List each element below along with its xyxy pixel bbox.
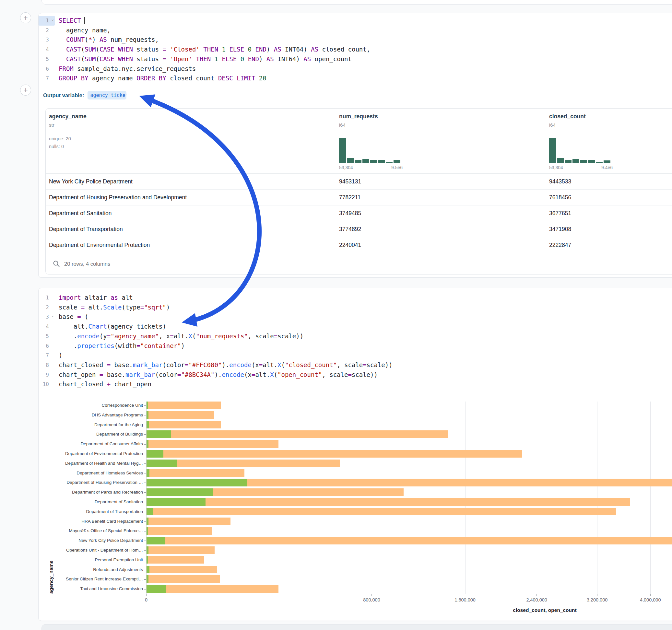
line-number: 5 (39, 54, 55, 64)
y-axis-tick (144, 589, 146, 589)
histogram-bar (378, 160, 385, 163)
bar-open_count (146, 527, 148, 535)
code-token: 0 (248, 46, 251, 53)
code-token (115, 46, 118, 53)
x-axis-tick-label: 1,600,000 (442, 597, 488, 602)
code-token: CAST (66, 46, 81, 53)
histogram-bar (596, 162, 603, 163)
code-token: CAST (66, 55, 81, 63)
y-axis-label: Department of Homeless Services (40, 470, 143, 476)
y-axis-tick (144, 492, 146, 493)
bar-open_count (146, 508, 154, 516)
bar-open_count (146, 421, 149, 429)
bar-open_count (146, 556, 148, 564)
code-line: 5 CAST(SUM(CASE WHEN status = 'Open' THE… (39, 54, 370, 64)
code-text: GROUP BY agency_name ORDER BY closed_cou… (59, 74, 266, 83)
code-token: 'Open' (170, 55, 192, 63)
table-footer: 20 rows, 4 columns (46, 253, 110, 274)
code-token: ( (85, 36, 88, 43)
bar-open_count (146, 488, 213, 496)
code-token: closed_count, (318, 46, 370, 53)
y-axis-tick (144, 444, 146, 445)
search-icon[interactable] (53, 260, 60, 267)
code-token: num_requests, (107, 36, 159, 43)
cell-agency-name: Department of Environmental Protection (49, 237, 150, 253)
y-axis-tick (144, 570, 146, 571)
collapse-chevron-icon[interactable]: ⌄ (51, 17, 54, 21)
bar-closed_count (146, 575, 220, 583)
code-token (225, 46, 229, 53)
code-token (59, 46, 66, 53)
add-cell-button[interactable]: + (20, 12, 31, 23)
code-token (192, 55, 196, 63)
column-header: num_requestsi6453,3049.5e6 (339, 113, 378, 128)
column-type: i64 (339, 122, 378, 128)
code-token (166, 46, 170, 53)
code-token: ) (259, 55, 266, 63)
y-axis-label: Department of Transportation (40, 509, 143, 515)
code-token: END (248, 55, 259, 63)
bar-open_count (146, 469, 150, 477)
gridline (597, 402, 597, 594)
code-token: ELSE (222, 55, 237, 63)
add-cell-button[interactable]: + (20, 84, 31, 96)
code-token: AS (304, 55, 311, 63)
sql-editor[interactable]: 1⌄SELECT2 agency_name,3 COUNT(*) AS num_… (39, 16, 370, 83)
y-axis-label: Personal Exemption Unit (40, 557, 143, 563)
histogram-bar (355, 160, 361, 163)
y-axis-label: Taxi and Limousine Commission (40, 586, 143, 592)
y-axis-tick (144, 454, 146, 454)
column-name: num_requests (339, 113, 378, 120)
y-axis-label: Senior Citizen Rent Increase Exempti… (40, 576, 143, 582)
range-max: 9.4e6 (601, 165, 613, 170)
code-line: 3 COUNT(*) AS num_requests, (39, 35, 370, 45)
bar-closed_count (146, 547, 215, 554)
x-axis-tick-label: 3,200,000 (574, 597, 620, 602)
code-token (59, 55, 66, 63)
code-token: 0 (241, 55, 244, 63)
code-token: WHEN (118, 46, 133, 53)
cell-value: 3749485 (339, 205, 361, 221)
code-line: 7GROUP BY agency_name ORDER BY closed_co… (39, 74, 370, 83)
code-text: SELECT (59, 16, 85, 26)
y-axis-title: agency_name (48, 401, 54, 594)
x-axis-tick (536, 594, 537, 596)
code-token (166, 55, 170, 63)
histogram-bar (549, 138, 556, 163)
table-row: New York City Police Department945313194… (46, 174, 672, 190)
table-row: Department of Sanitation37494853677651 (46, 205, 672, 221)
x-axis-tick (259, 594, 259, 596)
line-number: 2 (39, 26, 55, 35)
bar-closed_count (146, 566, 217, 574)
gridline (537, 402, 537, 594)
line-number: 6 (39, 64, 55, 74)
results-table: agency_namestrunique: 20nulls: 0num_requ… (45, 108, 672, 274)
sql-cell: 1⌄SELECT2 agency_name,3 COUNT(*) AS num_… (38, 13, 672, 278)
code-token: ORDER BY (137, 75, 166, 82)
code-line: 4 CAST(SUM(CASE WHEN status = 'Closed' T… (39, 45, 370, 54)
output-variable-tag[interactable]: agency_tickets (88, 91, 126, 99)
code-token: AS (274, 46, 281, 53)
gridline (650, 402, 651, 594)
code-token: GROUP BY (59, 75, 89, 82)
bar-closed_count (146, 517, 231, 525)
histogram-bar (588, 160, 595, 163)
y-axis-label: Refunds and Adjustments (40, 567, 143, 573)
table-row: Department of Transportation377489234719… (46, 221, 672, 237)
cell-value: 9453131 (339, 174, 361, 190)
code-token: FROM (59, 65, 74, 72)
y-axis-label: Department of Buildings (40, 431, 143, 437)
code-token: SUM (85, 46, 96, 53)
gridline (465, 402, 465, 594)
histogram-bar (339, 138, 346, 163)
line-number: 3 (39, 35, 55, 45)
cell-agency-name: Department of Sanitation (49, 205, 112, 221)
bar-closed_count (146, 498, 630, 506)
y-axis-label: New York City Police Department (40, 538, 143, 543)
code-token: = (162, 55, 166, 63)
code-token: COUNT (66, 36, 85, 43)
notebook-page: { "controls": {"add_cell_label": "+"}, "… (0, 0, 672, 630)
bar-open_count (146, 411, 148, 419)
code-token (237, 55, 240, 63)
y-axis-label: Department for the Aging (40, 422, 143, 428)
